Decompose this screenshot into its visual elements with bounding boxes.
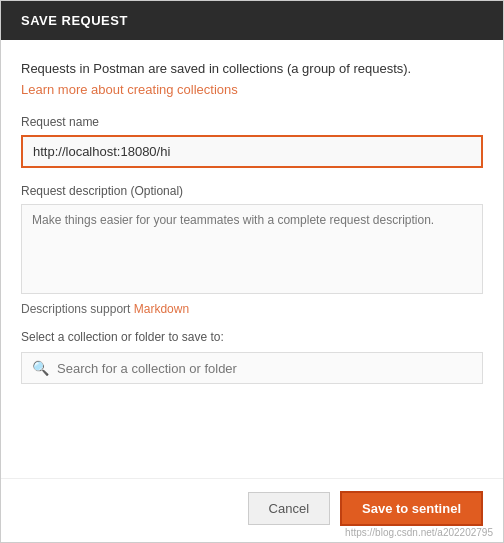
markdown-support-text: Descriptions support Markdown	[21, 302, 483, 316]
request-name-input[interactable]	[21, 135, 483, 168]
description-label: Request description (Optional)	[21, 184, 483, 198]
search-container: 🔍	[21, 352, 483, 384]
info-text: Requests in Postman are saved in collect…	[21, 60, 483, 78]
cancel-button[interactable]: Cancel	[248, 492, 330, 525]
search-icon: 🔍	[32, 360, 49, 376]
save-button[interactable]: Save to sentinel	[340, 491, 483, 526]
request-name-label: Request name	[21, 115, 483, 129]
modal-body: Requests in Postman are saved in collect…	[1, 40, 503, 478]
search-input[interactable]	[57, 361, 472, 376]
description-textarea[interactable]	[21, 204, 483, 294]
select-collection-label: Select a collection or folder to save to…	[21, 330, 483, 344]
save-request-modal: SAVE REQUEST Requests in Postman are sav…	[0, 0, 504, 543]
learn-more-link[interactable]: Learn more about creating collections	[21, 82, 483, 97]
modal-header: SAVE REQUEST	[1, 1, 503, 40]
watermark: https://blog.csdn.net/a202202795	[345, 527, 493, 538]
markdown-link[interactable]: Markdown	[134, 302, 189, 316]
markdown-prefix: Descriptions support	[21, 302, 134, 316]
modal-title: SAVE REQUEST	[21, 13, 128, 28]
